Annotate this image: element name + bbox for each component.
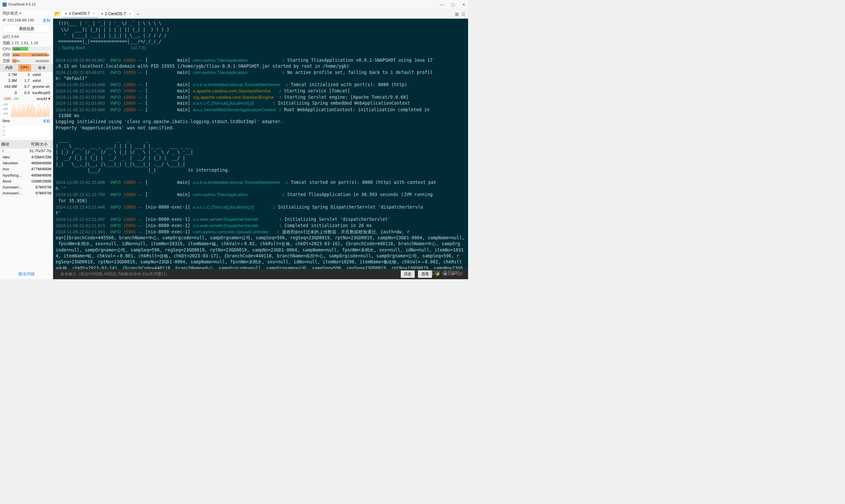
sync-status: 同步状态	[0, 9, 53, 17]
close-tab-icon[interactable]: ×	[129, 12, 131, 16]
folder-icon[interactable]: 📂	[53, 11, 63, 17]
load-avg: 负载 1.72, 1.61, 1.18	[0, 40, 53, 46]
bolt-icon[interactable]: ⚡	[435, 272, 441, 277]
host-select[interactable]: 本机	[42, 119, 50, 124]
titlebar: FinalShell 4.5.12 — ▢ ✕	[0, 0, 468, 9]
history-button[interactable]: 历史	[401, 270, 415, 277]
tab[interactable]: 2 CentOS 7×	[98, 10, 134, 18]
process-row[interactable]: 183.9M0.7gnome-sh	[0, 84, 53, 90]
copy-ip-button[interactable]: 复制	[42, 18, 50, 23]
swap-bar: 12%241M/2G	[12, 59, 50, 63]
latency: 0ms	[3, 119, 10, 124]
status-dot-icon	[19, 12, 21, 14]
ip-address: IP 192.168.88.130	[3, 18, 34, 23]
disk-row[interactable]: /dev/shm486M/486M	[0, 160, 53, 166]
options-button[interactable]: 选项	[418, 270, 432, 277]
cpu-label: CPU	[3, 47, 11, 51]
uptime: 运行 5:54	[0, 34, 53, 40]
grid-view-icon[interactable]: ▦	[455, 11, 459, 17]
disk-row[interactable]: /dev470M/470M	[0, 154, 53, 160]
status-dot-icon	[65, 13, 67, 15]
search-icon[interactable]: 🔍	[444, 272, 448, 276]
close-button[interactable]: ✕	[462, 2, 465, 6]
disk-row[interactable]: /31.7G/37.7G	[0, 148, 53, 154]
process-header[interactable]: 内存CPU命令	[0, 64, 53, 72]
tab[interactable]: 1 CentOS 7×	[62, 10, 98, 18]
activate-button[interactable]: 激活/升级	[0, 269, 53, 279]
minimize-button[interactable]: —	[440, 2, 444, 6]
command-bar: 命令输入（双击Ctrl切换,Alt历史,Tab路径/命令,Esc关闭窗口） 历史…	[53, 269, 468, 279]
disk-row[interactable]: /run/user/...97M/97M	[0, 191, 53, 196]
expand-icon[interactable]: ⛶	[458, 272, 461, 275]
net-up: ↑38K	[3, 97, 12, 101]
process-row[interactable]: 2.9M1.7sshd	[0, 77, 53, 84]
disk-row[interactable]: /run/user/...97M/97M	[0, 184, 53, 190]
chevron-down-icon: ▾	[48, 97, 50, 101]
terminal-output[interactable]: (()\___ | '_ | '_| | '_ \/ _` | \ \ \ \ …	[53, 19, 468, 269]
iface-select[interactable]: ens33 ▾	[37, 97, 50, 101]
net-chart: 42K29K14K	[3, 102, 51, 117]
process-row[interactable]: 2.7M2sshd	[0, 72, 53, 77]
add-tab-button[interactable]: +	[134, 11, 141, 17]
command-input[interactable]: 命令输入（双击Ctrl切换,Alt历史,Tab路径/命令,Esc关闭窗口）	[61, 271, 397, 277]
maximize-button[interactable]: ▢	[451, 2, 455, 6]
app-title: FinalShell 4.5.12	[8, 2, 36, 6]
swap-label: 交换	[3, 58, 10, 64]
close-tab-icon[interactable]: ×	[93, 11, 95, 16]
mem-label: 内存	[3, 52, 10, 57]
disk-row[interactable]: /boot150M/296M	[0, 178, 53, 184]
app-icon	[3, 2, 6, 6]
sidebar: 同步状态 IP 192.168.88.130复制 系统信息 运行 5:54 负载…	[0, 9, 53, 279]
disk-header[interactable]: 路径可用/大小	[0, 140, 53, 148]
cpu-bar: 42%	[12, 47, 51, 51]
system-info-button[interactable]: 系统信息	[3, 25, 51, 32]
tabbar: 📂 1 CentOS 7×2 CentOS 7× + ▦ ☰	[53, 9, 468, 19]
process-row[interactable]: 00.3ksoftirqd/0	[0, 90, 53, 96]
list-view-icon[interactable]: ☰	[462, 11, 465, 17]
net-down: ↓5K	[13, 97, 19, 101]
status-dot-icon	[101, 13, 103, 15]
disk-row[interactable]: /sys/fs/cg...486M/486M	[0, 172, 53, 178]
disk-row[interactable]: /run477M/486M	[0, 166, 53, 172]
lat-chart: 000	[3, 125, 51, 138]
pin-icon[interactable]: 📌	[451, 272, 454, 276]
mem-bar: 93%907M/972M	[12, 53, 50, 57]
